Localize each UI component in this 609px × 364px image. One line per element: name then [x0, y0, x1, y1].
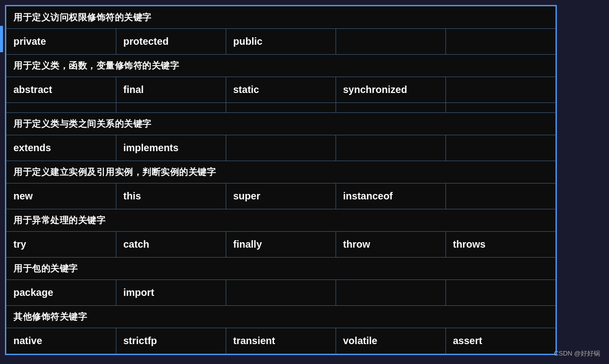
keyword-cell-3-2: super — [226, 183, 336, 209]
keyword-row-3: newthissuperinstanceof — [6, 183, 556, 209]
section-header-4: 用于异常处理的关键字 — [6, 209, 556, 232]
section-title-3: 用于定义建立实例及引用实例，判断实例的关键字 — [6, 161, 556, 183]
keyword-cell-0-0: private — [6, 29, 116, 55]
keyword-cell-4-0: try — [6, 232, 116, 258]
keyword-cell-3-3: instanceof — [336, 183, 446, 209]
keyword-table-wrapper: 用于定义访问权限修饰符的关键字privateprotectedpublic用于定… — [5, 5, 557, 355]
keyword-row-2: extendsimplements — [6, 135, 556, 161]
keyword-row-0: privateprotectedpublic — [6, 29, 556, 55]
section-header-2: 用于定义类与类之间关系的关键字 — [6, 113, 556, 135]
keyword-cell-1-0: abstract — [6, 77, 116, 103]
section-title-1: 用于定义类，函数，变量修饰符的关键字 — [6, 55, 556, 77]
empty-row-1 — [6, 103, 556, 113]
keyword-cell-4-1: catch — [116, 232, 226, 258]
keyword-cell-0-2: public — [226, 29, 336, 55]
section-title-0: 用于定义访问权限修饰符的关键字 — [6, 6, 556, 29]
keyword-row-4: trycatchfinallythrowthrows — [6, 232, 556, 258]
section-title-2: 用于定义类与类之间关系的关键字 — [6, 113, 556, 135]
section-title-6: 其他修饰符关键字 — [6, 306, 556, 328]
keyword-cell-3-0: new — [6, 183, 116, 209]
empty-cell-1-3 — [336, 103, 446, 113]
keyword-cell-5-0: package — [6, 280, 116, 306]
keyword-row-6: nativestrictfptransientvolatileassert — [6, 328, 556, 354]
keyword-cell-5-1: import — [116, 280, 226, 306]
keyword-cell-6-4: assert — [446, 328, 556, 354]
section-header-5: 用于包的关键字 — [6, 258, 556, 280]
keyword-cell-0-4 — [446, 29, 556, 55]
watermark: CSDN @好好锅 — [554, 349, 600, 358]
keyword-cell-5-3 — [336, 280, 446, 306]
keyword-cell-2-2 — [226, 135, 336, 161]
keyword-cell-0-1: protected — [116, 29, 226, 55]
keyword-cell-2-1: implements — [116, 135, 226, 161]
empty-cell-1-0 — [6, 103, 116, 113]
keyword-cell-4-4: throws — [446, 232, 556, 258]
section-header-0: 用于定义访问权限修饰符的关键字 — [6, 6, 556, 29]
keyword-cell-4-2: finally — [226, 232, 336, 258]
keyword-cell-0-3 — [336, 29, 446, 55]
keyword-cell-6-0: native — [6, 328, 116, 354]
keyword-cell-6-1: strictfp — [116, 328, 226, 354]
keyword-cell-6-3: volatile — [336, 328, 446, 354]
keyword-cell-2-0: extends — [6, 135, 116, 161]
keyword-cell-1-4 — [446, 77, 556, 103]
keyword-cell-3-4 — [446, 183, 556, 209]
empty-cell-1-4 — [446, 103, 556, 113]
keyword-cell-2-3 — [336, 135, 446, 161]
keyword-row-5: packageimport — [6, 280, 556, 306]
keyword-cell-5-2 — [226, 280, 336, 306]
section-header-6: 其他修饰符关键字 — [6, 306, 556, 328]
keyword-cell-1-1: final — [116, 77, 226, 103]
blue-accent-bar — [0, 26, 3, 52]
empty-cell-1-2 — [226, 103, 336, 113]
empty-cell-1-1 — [116, 103, 226, 113]
keyword-cell-4-3: throw — [336, 232, 446, 258]
section-title-4: 用于异常处理的关键字 — [6, 209, 556, 232]
keyword-cell-6-2: transient — [226, 328, 336, 354]
section-header-1: 用于定义类，函数，变量修饰符的关键字 — [6, 55, 556, 77]
keyword-cell-3-1: this — [116, 183, 226, 209]
keyword-cell-1-2: static — [226, 77, 336, 103]
section-title-5: 用于包的关键字 — [6, 258, 556, 280]
keyword-row-1: abstractfinalstaticsynchronized — [6, 77, 556, 103]
keyword-table: 用于定义访问权限修饰符的关键字privateprotectedpublic用于定… — [6, 6, 556, 354]
section-header-3: 用于定义建立实例及引用实例，判断实例的关键字 — [6, 161, 556, 183]
keyword-cell-2-4 — [446, 135, 556, 161]
keyword-cell-5-4 — [446, 280, 556, 306]
keyword-cell-1-3: synchronized — [336, 77, 446, 103]
